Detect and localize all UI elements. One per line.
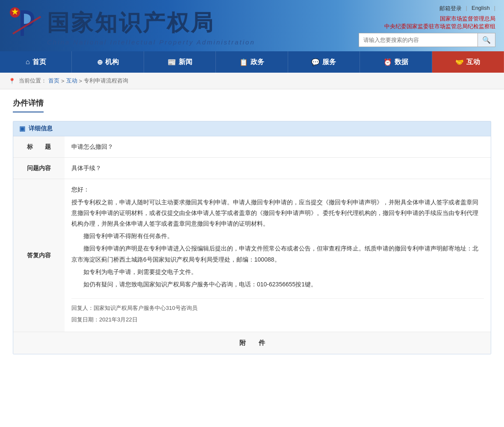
org-icon: ⊕ xyxy=(97,58,103,66)
question-row: 问题内容 具体手续？ xyxy=(13,158,491,179)
breadcrumb-sep2: > xyxy=(79,78,83,84)
logo-area: 国家知识产权局 China National Intellectual Prop… xyxy=(9,6,255,46)
nav-data[interactable]: ⏰ 数据 xyxy=(360,51,432,73)
breadcrumb: 📍 当前位置： 首页 > 互动 > 专利申请流程咨询 xyxy=(0,73,504,89)
data-icon: ⏰ xyxy=(383,58,392,66)
nav-news-label: 新闻 xyxy=(179,58,192,67)
attachment-label: 附 件 xyxy=(13,332,491,354)
mailbox-link[interactable]: 邮箱登录 xyxy=(439,5,462,12)
news-icon: 📰 xyxy=(168,58,176,66)
affairs-icon: 📋 xyxy=(239,58,248,66)
breadcrumb-current: 专利申请流程咨询 xyxy=(84,77,128,85)
breadcrumb-sep1: > xyxy=(61,78,65,84)
separator2: | xyxy=(494,5,495,12)
attachment-row: 附 件 xyxy=(13,332,491,354)
english-link[interactable]: English xyxy=(472,5,490,12)
search-bar: 🔍 xyxy=(359,33,495,47)
nav-data-label: 数据 xyxy=(395,58,408,67)
title-value: 申请怎么撤回？ xyxy=(65,136,491,158)
section-title: 办件详情 xyxy=(13,98,44,112)
answer-para-5: 如仍有疑问，请您致电国家知识产权局客户服务中心咨询，电话：010-6235665… xyxy=(71,279,484,290)
logo-cn-text: 国家知识产权局 xyxy=(47,8,215,38)
detail-header: ▣ 详细信息 xyxy=(13,121,491,136)
answer-para-2: 撤回专利申请不得附有任何条件。 xyxy=(71,231,484,241)
answer-para-1: 授予专利权之前，申请人随时可以主动要求撤回其专利申请。申请人撤回专利申请的，应当… xyxy=(71,197,484,230)
search-button[interactable]: 🔍 xyxy=(477,33,495,47)
detail-header-label: 详细信息 xyxy=(29,125,53,133)
logo-en-text: China National Intellectual Property Adm… xyxy=(47,38,255,46)
separator1: | xyxy=(466,5,467,12)
detail-table: 标 题 申请怎么撤回？ 问题内容 具体手续？ 答复内容 您好： 授予专利权之前，… xyxy=(13,136,491,354)
answer-para-3: 撤回专利申请的声明是在专利申请进入公报编辑后提出的，申请文件照常公布或者公告，但… xyxy=(71,243,484,265)
answer-label-cell: 答复内容 xyxy=(13,179,65,332)
nav-affairs-label: 政务 xyxy=(251,58,264,67)
answer-para-4: 如专利为电子申请，则需要提交电子文件。 xyxy=(71,267,484,277)
nav-home-label: 首页 xyxy=(32,58,46,67)
answer-content: 您好： 授予专利权之前，申请人随时可以主动要求撤回其专利申请。申请人撤回专利申请… xyxy=(65,179,491,332)
interact-icon: 🤝 xyxy=(455,58,464,66)
search-input[interactable] xyxy=(359,34,477,46)
reply-date: 回复日期：2021年3月22日 xyxy=(71,315,484,324)
service-icon: 💬 xyxy=(311,58,320,66)
sub-link2[interactable]: 中央纪委国家监委驻市场监管总局纪检监察组 xyxy=(384,23,495,30)
nav-affairs[interactable]: 📋 政务 xyxy=(216,51,288,73)
header: 国家知识产权局 China National Intellectual Prop… xyxy=(0,0,504,51)
main-nav: ⌂ 首页 ⊕ 机构 📰 新闻 📋 政务 💬 服务 ⏰ 数据 🤝 互动 xyxy=(0,51,504,73)
answer-row: 答复内容 您好： 授予专利权之前，申请人随时可以主动要求撤回其专利申请。申请人撤… xyxy=(13,179,491,332)
breadcrumb-interact[interactable]: 互动 xyxy=(66,77,77,85)
question-value: 具体手续？ xyxy=(65,158,491,179)
detail-header-icon: ▣ xyxy=(19,125,25,133)
title-label: 标 题 xyxy=(13,136,65,158)
nav-org[interactable]: ⊕ 机构 xyxy=(72,51,144,73)
home-icon: ⌂ xyxy=(26,58,30,66)
nav-service-label: 服务 xyxy=(322,58,336,67)
top-links: 邮箱登录 | English | xyxy=(439,5,495,12)
sub-link1[interactable]: 国家市场监督管理总局 xyxy=(440,15,495,23)
svg-rect-2 xyxy=(21,10,24,36)
nav-interact[interactable]: 🤝 互动 xyxy=(432,51,504,73)
breadcrumb-prefix: 当前位置： xyxy=(19,77,47,85)
main-content: 办件详情 ▣ 详细信息 标 题 申请怎么撤回？ 问题内容 具体手续？ 答复内容 … xyxy=(0,89,504,363)
reply-meta: 回复人：国家知识产权局客户服务中心310号咨询员 回复日期：2021年3月22日 xyxy=(71,298,484,325)
reply-person: 回复人：国家知识产权局客户服务中心310号咨询员 xyxy=(71,303,484,313)
question-label: 问题内容 xyxy=(13,158,65,179)
logo-emblem xyxy=(9,6,43,40)
location-icon: 📍 xyxy=(9,78,15,84)
nav-news[interactable]: 📰 新闻 xyxy=(144,51,216,73)
breadcrumb-home[interactable]: 首页 xyxy=(48,77,59,85)
detail-box: ▣ 详细信息 标 题 申请怎么撤回？ 问题内容 具体手续？ 答复内容 您好： 授… xyxy=(13,121,491,354)
header-right: 邮箱登录 | English | 国家市场监督管理总局 中央纪委国家监委驻市场监… xyxy=(359,5,495,47)
nav-org-label: 机构 xyxy=(105,58,119,67)
answer-para-0: 您好： xyxy=(71,184,484,195)
nav-interact-label: 互动 xyxy=(466,58,480,67)
sub-links: 国家市场监督管理总局 中央纪委国家监委驻市场监管总局纪检监察组 xyxy=(384,15,495,30)
nav-home[interactable]: ⌂ 首页 xyxy=(0,51,72,73)
nav-service[interactable]: 💬 服务 xyxy=(288,51,360,73)
title-row: 标 题 申请怎么撤回？ xyxy=(13,136,491,158)
